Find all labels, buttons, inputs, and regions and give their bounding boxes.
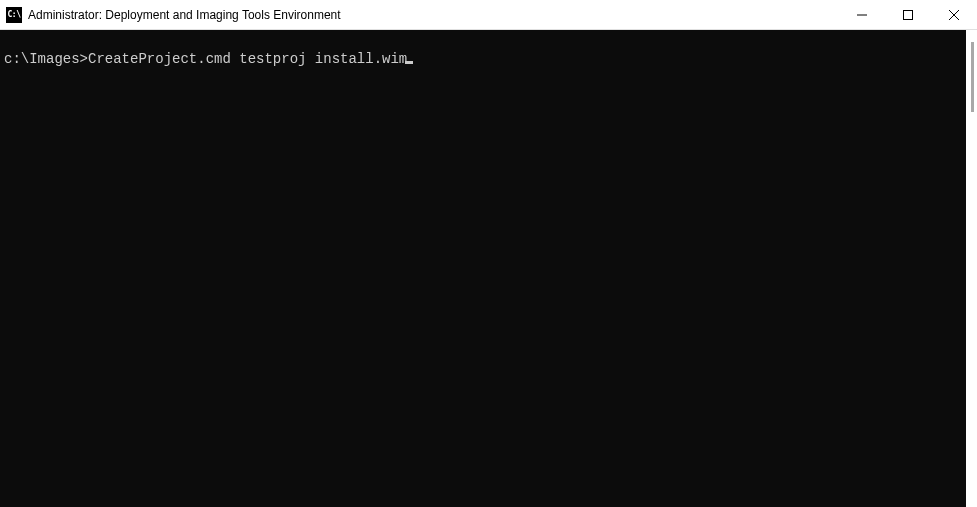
- minimize-button[interactable]: [839, 0, 885, 29]
- scrollbar-thumb[interactable]: [971, 42, 974, 112]
- titlebar[interactable]: C:\ Administrator: Deployment and Imagin…: [0, 0, 977, 30]
- maximize-icon: [903, 10, 913, 20]
- cursor: [405, 61, 413, 64]
- close-icon: [949, 10, 959, 20]
- terminal-container: c:\Images>CreateProject.cmd testproj ins…: [0, 30, 977, 507]
- cmd-icon: C:\: [6, 7, 22, 23]
- svg-rect-1: [904, 10, 913, 19]
- terminal[interactable]: c:\Images>CreateProject.cmd testproj ins…: [0, 30, 966, 507]
- scrollbar-track[interactable]: [966, 30, 977, 507]
- window-title: Administrator: Deployment and Imaging To…: [28, 8, 839, 22]
- terminal-line: c:\Images>CreateProject.cmd testproj ins…: [4, 50, 962, 68]
- window-controls: [839, 0, 977, 29]
- close-button[interactable]: [931, 0, 977, 29]
- prompt: c:\Images>: [4, 51, 88, 67]
- maximize-button[interactable]: [885, 0, 931, 29]
- minimize-icon: [857, 10, 867, 20]
- command-input[interactable]: CreateProject.cmd testproj install.wim: [88, 51, 407, 67]
